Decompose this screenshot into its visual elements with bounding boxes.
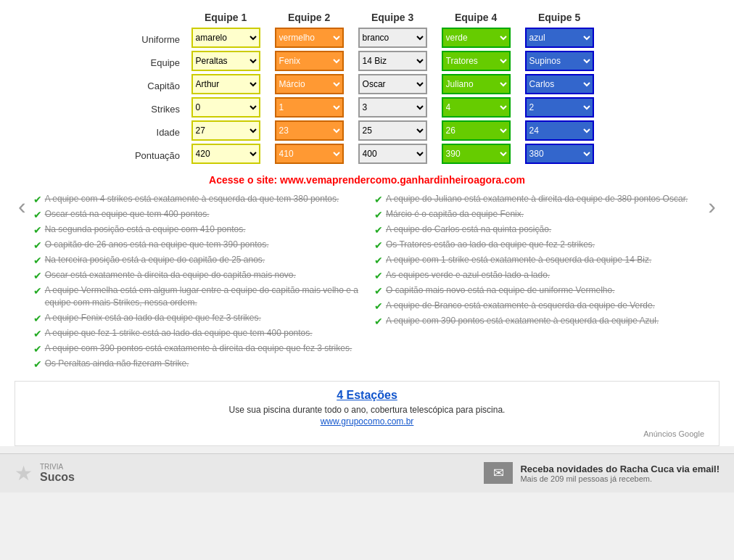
select-capitao-team5[interactable]: Carlos <box>525 74 594 94</box>
select-strikes-team1[interactable]: 0 <box>191 97 260 118</box>
label-idade: Idade <box>135 120 186 144</box>
label-strikes: Strikes <box>135 97 186 120</box>
select-idade-team2[interactable]: 23 <box>275 120 344 141</box>
clue-item: ✔A equipe com 390 pontos está exatamente… <box>33 342 360 355</box>
clues-left: ✔A equipe com 4 strikes está exatamente … <box>33 193 360 370</box>
clue-text: O capitão de 26 anos está na equipe que … <box>45 239 269 251</box>
clue-text: Na terceira posição está a equipe do cap… <box>45 254 265 266</box>
clues-container: ✔A equipe com 4 strikes está exatamente … <box>30 193 705 370</box>
label-equipe: Equipe <box>135 51 186 74</box>
label-pontuacao: Pontuação <box>135 144 186 167</box>
clue-item: ✔Márcio é o capitão da equipe Fenix. <box>374 208 701 221</box>
select-pontuacao-team3[interactable]: 400 <box>358 144 427 164</box>
clue-text: A equipe que fez 1 strike está ao lado d… <box>45 327 313 339</box>
check-icon: ✔ <box>33 209 42 221</box>
clue-item: ✔Oscar está na equipe que tem 400 pontos… <box>33 208 360 221</box>
clue-text: Oscar está exatamente à direita da equip… <box>45 269 296 281</box>
check-icon: ✔ <box>374 300 383 312</box>
team-header-team2: Equipe 2 <box>288 7 330 28</box>
check-icon: ✔ <box>33 343 42 355</box>
select-idade-team1[interactable]: 27 <box>191 120 260 141</box>
clue-text: Márcio é o capitão da equipe Fenix. <box>386 208 524 221</box>
team-column-team4: Equipe 4verdeTratoresJuliano426390 <box>436 7 516 167</box>
clue-text: Os Tratores estão ao lado da equipe que … <box>386 239 595 251</box>
select-strikes-team2[interactable]: 1 <box>275 97 344 118</box>
team-column-team3: Equipe 3branco14 BizOscar325400 <box>352 7 432 167</box>
email-icon: ✉ <box>484 462 513 484</box>
footer-trivia-label: TRIVIA <box>40 463 75 471</box>
check-icon: ✔ <box>374 285 383 297</box>
footer-right: ✉ Receba novidades do Racha Cuca via ema… <box>484 462 719 484</box>
select-capitao-team2[interactable]: Márcio <box>275 74 344 94</box>
next-arrow[interactable]: › <box>704 193 719 220</box>
clues-right: ✔A equipe do Juliano está exatamente à d… <box>374 193 701 370</box>
select-strikes-team4[interactable]: 4 <box>442 97 511 118</box>
select-idade-team4[interactable]: 26 <box>442 120 511 141</box>
prev-arrow[interactable]: ‹ <box>15 193 30 220</box>
check-icon: ✔ <box>374 194 383 205</box>
team-column-team2: Equipe 2vermelhoFenixMárcio123410 <box>269 7 349 167</box>
select-pontuacao-team4[interactable]: 390 <box>442 144 511 164</box>
clue-text: A equipe de Branco está exatamente à esq… <box>386 300 655 312</box>
clue-item: ✔Oscar está exatamente à direita da equi… <box>33 269 360 281</box>
team-header-team3: Equipe 3 <box>371 7 413 28</box>
clue-item: ✔A equipe com 390 pontos está exatamente… <box>374 315 701 327</box>
clue-item: ✔O capitão de 26 anos está na equipe que… <box>33 239 360 251</box>
check-icon: ✔ <box>374 224 383 236</box>
row-labels: Uniforme Equipe Capitão Strikes Idade Po… <box>135 7 186 167</box>
select-uniforme-team4[interactable]: verde <box>442 28 511 48</box>
select-pontuacao-team5[interactable]: 380 <box>525 144 594 164</box>
footer-trivia-title: Sucos <box>40 471 75 484</box>
select-equipe-team3[interactable]: 14 Biz <box>358 51 427 71</box>
clue-text: Oscar está na equipe que tem 400 pontos. <box>45 208 210 221</box>
select-equipe-team5[interactable]: Supinos <box>525 51 594 71</box>
check-icon: ✔ <box>33 270 42 281</box>
clue-item: ✔O capitão mais novo está na equipe de u… <box>374 284 701 297</box>
select-uniforme-team5[interactable]: azul <box>525 28 594 48</box>
clue-item: ✔A equipe Vermelha está em algum lugar e… <box>33 284 360 309</box>
select-uniforme-team3[interactable]: branco <box>358 28 427 48</box>
select-capitao-team1[interactable]: Arthur <box>191 74 260 94</box>
check-icon: ✔ <box>33 285 42 297</box>
select-strikes-team3[interactable]: 3 <box>358 97 427 118</box>
ad-banner: Acesse o site: www.vemaprendercomo.ganha… <box>15 174 719 186</box>
clue-item: ✔A equipe com 4 strikes está exatamente … <box>33 193 360 205</box>
team-header-team4: Equipe 4 <box>455 7 497 28</box>
star-icon: ★ <box>15 461 33 485</box>
select-pontuacao-team1[interactable]: 420 <box>191 144 260 164</box>
select-equipe-team4[interactable]: Tratores <box>442 51 511 71</box>
clue-item: ✔A equipe que fez 1 strike está ao lado … <box>33 327 360 339</box>
clue-text: O capitão mais novo está na equipe de un… <box>386 284 615 297</box>
footer-newsletter-sub: Mais de 209 mil pessoas já recebem. <box>520 474 719 483</box>
footer-newsletter-title: Receba novidades do Racha Cuca via email… <box>520 464 719 474</box>
check-icon: ✔ <box>374 209 383 221</box>
select-capitao-team4[interactable]: Juliano <box>442 74 511 94</box>
footer-left: ★ TRIVIA Sucos <box>15 461 75 485</box>
check-icon: ✔ <box>33 239 42 251</box>
clue-text: A equipe com 390 pontos está exatamente … <box>45 342 352 355</box>
check-icon: ✔ <box>33 313 42 324</box>
clue-item: ✔Os Peraltas ainda não fizeram Strike. <box>33 358 360 370</box>
clue-text: Os Peraltas ainda não fizeram Strike. <box>45 358 189 370</box>
select-strikes-team5[interactable]: 2 <box>525 97 594 118</box>
team-column-team5: Equipe 5azulSupinosCarlos224380 <box>519 7 599 167</box>
clue-text: A equipe do Carlos está na quinta posiçã… <box>386 223 551 236</box>
select-equipe-team1[interactable]: Peraltas <box>191 51 260 71</box>
select-pontuacao-team2[interactable]: 410 <box>275 144 344 164</box>
team-header-team1: Equipe 1 <box>205 7 247 28</box>
clue-item: ✔Na segunda posição está a equipe com 41… <box>33 223 360 236</box>
clue-text: A equipe com 1 strike está exatamente à … <box>386 254 651 266</box>
clue-item: ✔A equipe do Carlos está na quinta posiç… <box>374 223 701 236</box>
check-icon: ✔ <box>33 358 42 370</box>
ad-link[interactable]: www.grupocomo.com.br <box>22 416 712 427</box>
select-uniforme-team2[interactable]: vermelho <box>275 28 344 48</box>
select-uniforme-team1[interactable]: amarelo <box>191 28 260 48</box>
clue-item: ✔A equipe Fenix está ao lado da equipe q… <box>33 312 360 324</box>
select-idade-team5[interactable]: 24 <box>525 120 594 141</box>
teams-grid: Uniforme Equipe Capitão Strikes Idade Po… <box>15 7 719 167</box>
select-capitao-team3[interactable]: Oscar <box>358 74 427 94</box>
clue-item: ✔A equipe com 1 strike está exatamente à… <box>374 254 701 266</box>
select-equipe-team2[interactable]: Fenix <box>275 51 344 71</box>
select-idade-team3[interactable]: 25 <box>358 120 427 141</box>
ad-title[interactable]: 4 Estações <box>22 389 712 402</box>
